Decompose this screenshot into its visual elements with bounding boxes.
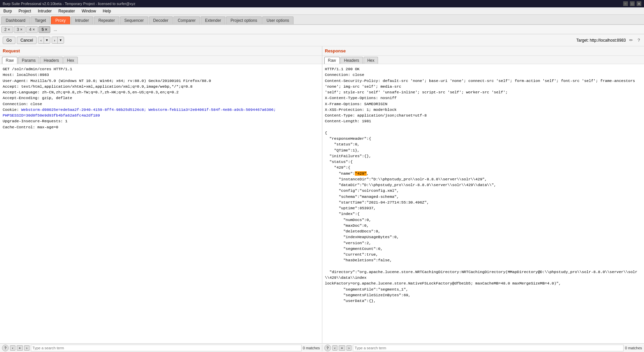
response-search-prev[interactable]: ‹ <box>332 345 338 351</box>
prev-dropdown[interactable]: ▾ <box>44 37 50 43</box>
menu-bar: Burp Project Intruder Repeater Window He… <box>0 7 644 15</box>
main-tab-bar: Dashboard Target Proxy Intruder Repeater… <box>0 15 644 25</box>
response-code: HTTP/1.1 200 OK Connection: close Conten… <box>322 64 644 306</box>
request-search-next[interactable]: › <box>24 345 30 351</box>
nav-group-next: › ▾ <box>52 37 64 44</box>
number-tab-bar: 2 × 3 × 4 × 5 × ... <box>0 25 644 34</box>
main-content: Request Raw Params Headers Hex GET /solr… <box>0 46 644 343</box>
request-code: GET /solr/admin/cores HTTP/1.1 Host: loc… <box>0 64 322 132</box>
request-search-help[interactable]: ? <box>2 345 9 351</box>
request-tab-hex[interactable]: Hex <box>63 57 78 64</box>
num-tab-3[interactable]: 3 × <box>14 26 25 33</box>
minimize-button[interactable]: − <box>623 1 628 6</box>
request-search-next-plus[interactable]: + <box>17 345 23 351</box>
num-tab-more[interactable]: ... <box>51 27 60 33</box>
request-panel: Request Raw Params Headers Hex GET /solr… <box>0 46 322 343</box>
request-matches-count: 0 matches <box>303 346 320 350</box>
request-tab-params[interactable]: Params <box>18 57 39 64</box>
maximize-button[interactable]: □ <box>630 1 635 6</box>
request-tab-raw[interactable]: Raw <box>2 57 17 64</box>
request-panel-header: Request <box>0 46 322 56</box>
request-search-section: ? ‹ + › 0 matches <box>0 345 322 351</box>
response-content[interactable]: HTTP/1.1 200 OK Connection: close Conten… <box>322 64 644 343</box>
response-tab-hex[interactable]: Hex <box>364 57 378 64</box>
menu-project[interactable]: Project <box>16 8 33 14</box>
num-tab-4[interactable]: 4 × <box>26 26 38 33</box>
response-search-help[interactable]: ? <box>324 345 331 351</box>
request-tabs: Raw Params Headers Hex <box>0 56 322 64</box>
response-matches-count: 0 matches <box>625 346 642 350</box>
menu-repeater[interactable]: Repeater <box>56 8 77 14</box>
tab-repeater[interactable]: Repeater <box>94 16 119 24</box>
go-button[interactable]: Go <box>3 37 15 44</box>
response-search-input[interactable] <box>353 345 624 351</box>
request-content[interactable]: GET /solr/admin/cores HTTP/1.1 Host: loc… <box>0 64 322 343</box>
menu-burp[interactable]: Burp <box>1 8 14 14</box>
bottom-bar: ? ‹ + › 0 matches ? ‹ + › 0 matches <box>0 343 644 352</box>
tab-target[interactable]: Target <box>31 16 50 24</box>
request-search-prev[interactable]: ‹ <box>10 345 15 351</box>
target-label: Target: http://localhost:8983 <box>576 38 626 43</box>
menu-intruder[interactable]: Intruder <box>36 8 54 14</box>
tab-intruder[interactable]: Intruder <box>71 16 93 24</box>
num-tab-2[interactable]: 2 × <box>1 26 13 33</box>
menu-help[interactable]: Help <box>101 8 113 14</box>
nav-group-prev: ‹ ▾ <box>38 37 50 44</box>
tab-decoder[interactable]: Decoder <box>149 16 173 24</box>
tab-extender[interactable]: Extender <box>201 16 225 24</box>
request-tab-headers[interactable]: Headers <box>40 57 62 64</box>
request-search-input[interactable] <box>31 345 302 351</box>
help-target-button[interactable]: ? <box>636 37 641 43</box>
response-tabs: Raw Headers Hex <box>322 56 644 64</box>
next-button[interactable]: › <box>52 37 58 43</box>
response-tab-raw[interactable]: Raw <box>324 57 340 64</box>
tab-dashboard[interactable]: Dashboard <box>1 16 30 24</box>
response-search-next-plus[interactable]: + <box>339 345 345 351</box>
close-button[interactable]: ✕ <box>637 1 641 6</box>
tab-sequencer[interactable]: Sequencer <box>120 16 148 24</box>
request-toolbar: Go Cancel ‹ ▾ › ▾ Target: http://localho… <box>0 34 644 46</box>
response-search-next[interactable]: › <box>346 345 352 351</box>
title-bar: Burp Suite Professional v2.0.10beta - Te… <box>0 0 644 7</box>
num-tab-5[interactable]: 5 × <box>39 26 50 33</box>
response-panel: Response Raw Headers Hex HTTP/1.1 200 OK… <box>322 46 644 343</box>
tab-proxy[interactable]: Proxy <box>51 16 70 24</box>
window-controls: − □ ✕ <box>623 1 641 6</box>
cancel-button[interactable]: Cancel <box>17 37 37 44</box>
edit-target-button[interactable]: ✏ <box>628 37 634 43</box>
target-info: Target: http://localhost:8983 ✏ ? <box>576 37 641 43</box>
tab-user-options[interactable]: User options <box>262 16 293 24</box>
prev-button[interactable]: ‹ <box>38 37 44 43</box>
next-dropdown[interactable]: ▾ <box>58 37 64 43</box>
response-panel-header: Response <box>322 46 644 56</box>
menu-window[interactable]: Window <box>79 8 98 14</box>
response-search-section: ? ‹ + › 0 matches <box>322 345 644 351</box>
window-title: Burp Suite Professional v2.0.10beta - Te… <box>3 2 136 6</box>
tab-comparer[interactable]: Comparer <box>173 16 200 24</box>
response-tab-headers[interactable]: Headers <box>340 57 363 64</box>
tab-project-options[interactable]: Project options <box>226 16 261 24</box>
